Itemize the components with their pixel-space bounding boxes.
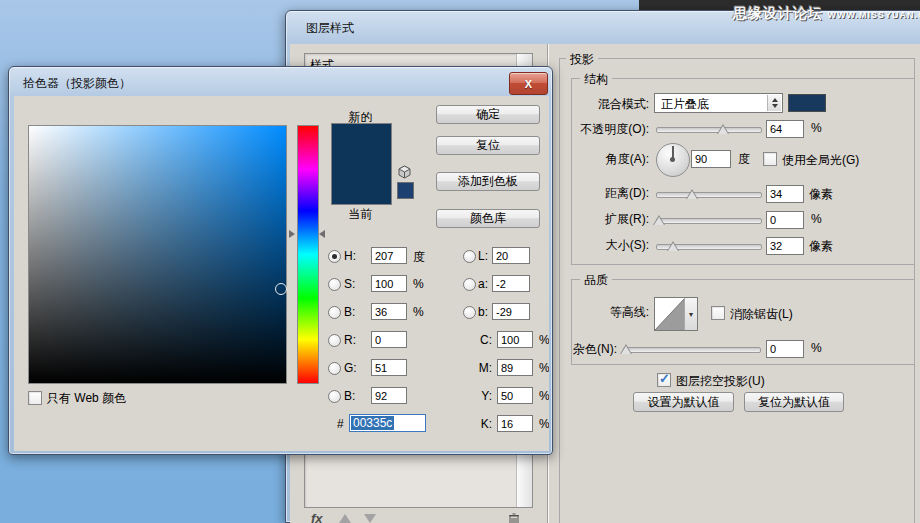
size-unit: 像素: [809, 238, 833, 255]
hue-field[interactable]: 207: [371, 247, 407, 264]
close-button[interactable]: X: [509, 72, 548, 95]
blend-mode-select[interactable]: 正片叠底: [654, 93, 783, 113]
opacity-slider-thumb[interactable]: [717, 124, 729, 134]
lab-l-radio[interactable]: [463, 250, 476, 263]
red-radio[interactable]: [328, 334, 341, 347]
watermark: 思缘设计论坛 WWW.MISSYUAN.COM: [733, 4, 920, 23]
saturation-radio[interactable]: [328, 278, 341, 291]
lab-b-label: b:: [478, 305, 488, 319]
distance-field[interactable]: 34: [766, 185, 804, 203]
contour-picker[interactable]: ▾: [654, 297, 698, 331]
spread-label: 扩展(R):: [553, 211, 649, 228]
fx-icon: fx: [311, 511, 323, 523]
green-field[interactable]: 51: [371, 359, 407, 376]
green-radio[interactable]: [328, 362, 341, 375]
brightness-unit: %: [413, 305, 424, 319]
lab-l-field[interactable]: 20: [492, 247, 530, 264]
saturation-field[interactable]: 100: [371, 275, 407, 292]
lab-l-label: L:: [478, 249, 488, 263]
layer-style-dialog-title: 图层样式: [306, 20, 354, 37]
size-field[interactable]: 32: [766, 237, 804, 255]
move-style-up-icon[interactable]: [339, 514, 351, 523]
distance-slider-thumb[interactable]: [686, 189, 698, 199]
brightness-radio[interactable]: [328, 306, 341, 319]
shadow-color-swatch[interactable]: [788, 94, 826, 112]
use-global-light-checkbox[interactable]: [763, 152, 777, 166]
gamut-warning-cube-icon[interactable]: [397, 165, 412, 183]
angle-label: 角度(A):: [553, 151, 649, 168]
lab-a-field[interactable]: -2: [492, 275, 530, 292]
black-field[interactable]: 16: [497, 415, 533, 432]
noise-slider[interactable]: [623, 347, 761, 353]
angle-dial[interactable]: [656, 143, 690, 177]
hex-field[interactable]: 00335c: [349, 414, 426, 432]
anti-alias-label: 消除锯齿(L): [730, 306, 793, 323]
noise-field[interactable]: 0: [766, 340, 804, 358]
distance-slider[interactable]: [656, 192, 762, 198]
hex-value-selection: 00335c: [351, 416, 394, 430]
blue-label: B:: [344, 389, 355, 403]
blue-field[interactable]: 92: [371, 387, 407, 404]
lab-b-field[interactable]: -29: [492, 303, 530, 320]
layer-knockout-checkbox[interactable]: [657, 373, 671, 387]
color-field[interactable]: [28, 125, 287, 384]
hue-slider[interactable]: [297, 125, 319, 384]
blend-mode-value: 正片叠底: [661, 96, 709, 113]
brightness-label: B:: [344, 305, 355, 319]
hue-marker-left-icon[interactable]: [289, 230, 295, 238]
spread-slider-thumb[interactable]: [653, 215, 665, 225]
web-colors-only-checkbox[interactable]: [28, 391, 42, 405]
ok-button[interactable]: 确定: [436, 105, 540, 124]
distance-label: 距离(D):: [553, 185, 649, 202]
magenta-unit: %: [539, 361, 549, 375]
lab-a-radio[interactable]: [463, 278, 476, 291]
size-slider-thumb[interactable]: [667, 241, 679, 251]
contour-label: 等高线:: [553, 304, 649, 321]
hue-label: H:: [344, 249, 356, 263]
blend-mode-spinner-icon[interactable]: [767, 95, 781, 111]
saturation-unit: %: [413, 277, 424, 291]
structure-group-title: 结构: [580, 71, 612, 88]
red-label: R:: [344, 333, 356, 347]
reset-default-button[interactable]: 复位为默认值: [744, 392, 844, 412]
black-unit: %: [539, 417, 549, 431]
quality-group-title: 品质: [580, 272, 612, 289]
spread-slider[interactable]: [656, 218, 762, 224]
reset-button[interactable]: 复位: [436, 136, 540, 155]
noise-slider-thumb[interactable]: [620, 344, 632, 354]
hue-marker-right-icon[interactable]: [319, 230, 325, 238]
gamut-replacement-swatch[interactable]: [397, 182, 414, 199]
hue-radio[interactable]: [328, 250, 341, 263]
delete-style-icon[interactable]: [507, 512, 521, 523]
watermark-site-url: WWW.MISSYUAN.COM: [827, 10, 920, 20]
green-label: G:: [344, 361, 357, 375]
add-to-swatches-button[interactable]: 添加到色板: [436, 172, 540, 191]
blue-radio[interactable]: [328, 390, 341, 403]
color-picker-dialog-body: 只有 Web 颜色 新的 当前 确定 复位 添加到色板 颜色库 H:: [14, 96, 549, 451]
anti-alias-checkbox[interactable]: [711, 306, 725, 320]
color-picker-dialog: 拾色器（投影颜色） X 只有 Web 颜色 新的 当前: [8, 66, 553, 455]
noise-label: 杂色(N):: [553, 341, 617, 358]
angle-field[interactable]: 90: [691, 150, 731, 168]
desktop: 图层样式 样式 fx 投影: [0, 0, 920, 523]
move-style-down-icon[interactable]: [364, 514, 376, 523]
opacity-field[interactable]: 64: [766, 120, 804, 138]
new-current-swatch: [331, 123, 392, 205]
color-libraries-button[interactable]: 颜色库: [436, 209, 540, 228]
watermark-site-name: 思缘设计论坛: [733, 5, 823, 21]
brightness-field[interactable]: 36: [371, 303, 407, 320]
hex-prefix-label: #: [337, 417, 344, 431]
color-field-marker[interactable]: [275, 283, 287, 295]
cyan-field[interactable]: 100: [497, 331, 533, 348]
opacity-slider[interactable]: [656, 127, 762, 133]
contour-thumbnail: [655, 298, 685, 330]
red-field[interactable]: 0: [371, 331, 407, 348]
magenta-field[interactable]: 89: [497, 359, 533, 376]
spread-field[interactable]: 0: [766, 211, 804, 229]
make-default-button[interactable]: 设置为默认值: [633, 392, 734, 412]
lab-b-radio[interactable]: [463, 306, 476, 319]
yellow-field[interactable]: 50: [497, 387, 533, 404]
contour-dropdown-arrow-icon[interactable]: ▾: [684, 298, 697, 330]
angle-dial-center: [670, 157, 675, 162]
yellow-label: Y:: [475, 389, 492, 403]
